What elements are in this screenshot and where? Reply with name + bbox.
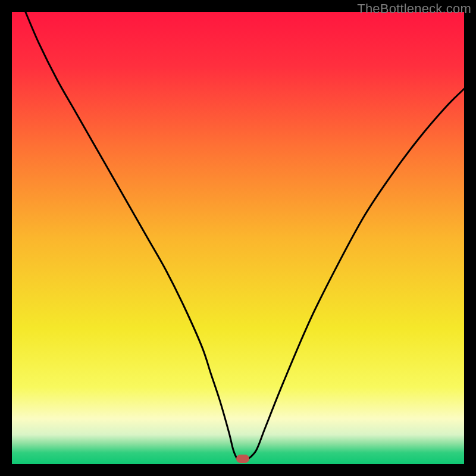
chart-frame	[12, 12, 464, 464]
gradient-background	[12, 12, 464, 464]
optimal-point-marker	[236, 455, 249, 463]
watermark-text: TheBottleneck.com	[357, 1, 471, 17]
bottleneck-plot	[12, 12, 464, 464]
